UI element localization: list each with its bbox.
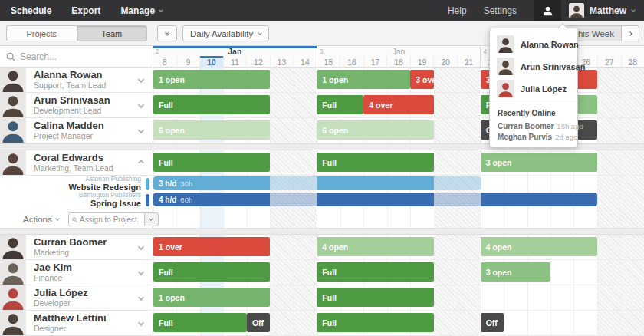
person-name: Matthew Lettini — [34, 313, 139, 324]
availability-bar[interactable]: 6 open — [317, 120, 433, 140]
project-name[interactable]: Spring Issue — [79, 199, 141, 208]
day-9[interactable]: 9 — [177, 57, 201, 68]
availability-bar[interactable]: Full — [317, 288, 433, 307]
project-bar-segment[interactable] — [317, 176, 433, 190]
availability-bar[interactable]: 1 over — [153, 237, 270, 256]
day-numbers: 15161718192021 — [317, 57, 481, 68]
availability-bar[interactable]: 4 open — [481, 237, 597, 256]
availability-bar[interactable]: 4 over — [363, 95, 433, 114]
user-menu[interactable]: Matthew — [569, 3, 635, 18]
person-row-coral-edwards[interactable]: Coral EdwardsMarketing, Team LeadFullFul… — [0, 150, 644, 176]
month-label: Jan — [393, 47, 406, 56]
availability-dropdown[interactable]: Daily Availability — [182, 25, 269, 41]
project-bar-segment[interactable]: 4 h/d60h — [153, 193, 270, 206]
project-bar-segment[interactable]: 3 h/d30h — [153, 176, 270, 190]
person-row-julia-l-pez[interactable]: Julia LópezDeveloper1 openFull — [0, 285, 644, 311]
person-role: Project Manager — [34, 131, 139, 140]
person-grid-cell: 1 over4 open4 open — [153, 235, 644, 260]
bar-label: 3 over — [416, 75, 433, 84]
day-17[interactable]: 17 — [364, 57, 388, 68]
day-20[interactable]: 20 — [434, 57, 458, 68]
panel-recent-meghan-purvis[interactable]: Meghan Purvis2d ago — [490, 131, 577, 142]
row-expand-chevron-down-icon[interactable] — [138, 127, 144, 133]
chevron-down-icon — [55, 216, 60, 221]
project-bar-segment[interactable] — [270, 176, 317, 190]
panel-recent-curran-boomer[interactable]: Curran Boomer18h ago — [490, 120, 577, 131]
search-input[interactable] — [20, 51, 135, 62]
panel-person-arun-srinivasan[interactable]: Arun Srinivasan — [490, 55, 577, 77]
nav-item-schedule[interactable]: Schedule — [11, 5, 51, 16]
day-16[interactable]: 16 — [340, 57, 364, 68]
recent-person-name: Curran Boomer — [498, 122, 554, 130]
day-18[interactable]: 18 — [387, 57, 411, 68]
availability-bar[interactable]: 6 open — [153, 120, 270, 140]
day-13[interactable]: 13 — [271, 57, 294, 68]
person-info: Jae KimFinance — [34, 262, 139, 282]
day-27[interactable]: 27 — [598, 57, 622, 68]
person-sidebar: Julia LópezDeveloper — [0, 285, 153, 311]
row-expand-chevron-down-icon[interactable] — [138, 320, 144, 326]
week-2: 2Jan891011121314 — [153, 46, 317, 67]
nav-item-export[interactable]: Export — [71, 5, 100, 16]
next-week-button[interactable] — [622, 25, 639, 41]
project-bar-segment[interactable] — [481, 193, 597, 206]
row-expand-chevron-down-icon[interactable] — [138, 269, 144, 275]
availability-bar[interactable]: Full — [317, 313, 433, 332]
availability-bar[interactable]: Full — [153, 313, 247, 332]
row-expand-chevron-down-icon[interactable] — [138, 102, 144, 108]
day-19[interactable]: 19 — [411, 57, 435, 68]
bar-label: Full — [159, 100, 173, 110]
collapse-all-button[interactable] — [157, 25, 177, 41]
day-21[interactable]: 21 — [458, 57, 481, 68]
project-client: Astorian Publishing — [68, 176, 141, 183]
availability-bar[interactable]: Off — [481, 313, 504, 332]
day-28[interactable]: 28 — [622, 57, 644, 68]
person-row-matthew-lettini[interactable]: Matthew LettiniDesignerFullOffFullOff — [0, 311, 644, 336]
day-14[interactable]: 14 — [294, 57, 317, 68]
navbar-items: ScheduleExportManage — [11, 5, 182, 16]
row-expand-chevron-down-icon[interactable] — [138, 244, 144, 250]
availability-bar[interactable]: 3 open — [481, 153, 597, 172]
availability-bar[interactable]: 1 open — [317, 70, 410, 89]
toggle-projects[interactable]: Projects — [6, 25, 77, 41]
project-bar-segment[interactable] — [434, 193, 481, 206]
person-row-curran-boomer[interactable]: Curran BoomerMarketing1 over4 open4 open — [0, 235, 644, 260]
nav-item-help[interactable]: Help — [448, 5, 467, 16]
day-8[interactable]: 8 — [153, 57, 177, 68]
availability-bar[interactable]: 1 open — [153, 288, 270, 307]
availability-bar[interactable]: 4 open — [317, 237, 433, 256]
recent-person-name: Meghan Purvis — [498, 133, 552, 141]
day-15[interactable]: 15 — [317, 57, 341, 68]
notifications-person-button[interactable] — [534, 0, 561, 21]
availability-bar[interactable]: Full — [317, 262, 433, 282]
nav-item-settings[interactable]: Settings — [484, 5, 517, 16]
availability-bar[interactable]: Full — [153, 262, 270, 282]
toggle-team[interactable]: Team — [77, 25, 148, 41]
project-bar-segment[interactable] — [270, 193, 317, 206]
assign-project-input[interactable] — [80, 216, 141, 224]
availability-bar[interactable]: Full — [153, 95, 270, 114]
day-10[interactable]: 10 — [200, 57, 224, 68]
row-expand-chevron-down-icon[interactable] — [138, 295, 144, 301]
person-name: Alanna Rowan — [34, 70, 139, 81]
project-client: Barrington Publishers — [79, 192, 141, 199]
day-12[interactable]: 12 — [247, 57, 271, 68]
availability-bar[interactable]: Full — [153, 153, 270, 172]
row-expand-chevron-down-icon[interactable] — [138, 77, 144, 83]
availability-bar[interactable]: Full — [317, 95, 363, 114]
availability-bar[interactable]: 3 over — [410, 70, 433, 89]
availability-bar[interactable]: Off — [247, 313, 270, 332]
person-row-jae-kim[interactable]: Jae KimFinanceFullFull3 open — [0, 260, 644, 285]
nav-item-manage[interactable]: Manage — [120, 5, 163, 16]
panel-person-julia-l-pez[interactable]: Julia López — [490, 77, 577, 100]
panel-person-alanna-rowan[interactable]: Alanna Rowan — [490, 33, 577, 55]
person-avatar — [0, 93, 26, 117]
day-11[interactable]: 11 — [224, 57, 248, 68]
project-bar-segment[interactable] — [317, 193, 433, 206]
availability-bar[interactable]: 1 open — [153, 70, 270, 89]
availability-bar[interactable]: Full — [317, 153, 433, 172]
project-bar-segment[interactable] — [434, 176, 481, 190]
actions-menu[interactable]: Actions — [23, 215, 59, 224]
row-expand-chevron-up-icon[interactable] — [138, 160, 144, 166]
availability-bar[interactable]: 3 open — [481, 262, 550, 282]
